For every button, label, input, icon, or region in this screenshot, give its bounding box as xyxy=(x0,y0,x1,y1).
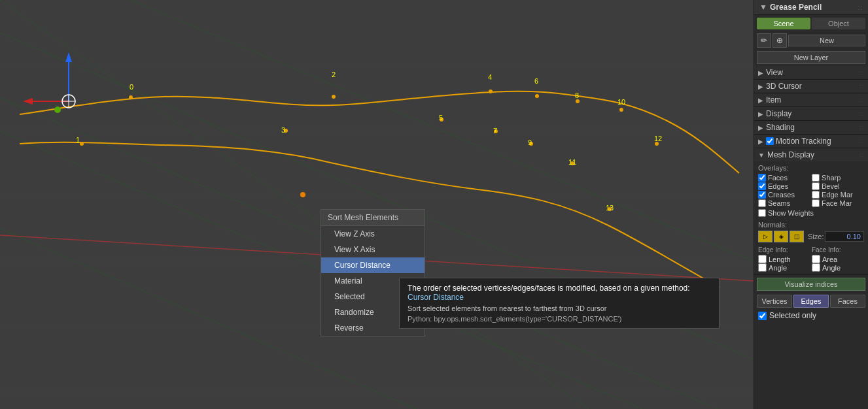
overlay-sharp: Sharp xyxy=(812,174,864,182)
normals-label: Normals: xyxy=(758,221,864,229)
curve-label-3: 3 xyxy=(281,126,285,134)
section-header-view[interactable]: ▶ View :: xyxy=(754,66,868,79)
seams-checkbox[interactable] xyxy=(758,199,766,207)
section-arrow-view: ▶ xyxy=(758,69,763,76)
section-motion-tracking: ▶ Motion Tracking :: xyxy=(754,135,868,148)
section-header-shading[interactable]: ▶ Shading :: xyxy=(754,121,868,134)
bevel-checkbox[interactable] xyxy=(812,182,820,190)
overlays-label: Overlays: xyxy=(758,164,864,172)
overlay-show-weights: Show Weights xyxy=(758,209,864,217)
section-header-item[interactable]: ▶ Item :: xyxy=(754,93,868,106)
grid-canvas xyxy=(0,0,754,409)
section-drag-display: :: xyxy=(859,110,864,117)
svg-point-39 xyxy=(300,192,305,197)
section-drag-view: :: xyxy=(859,69,864,76)
overlay-face-mar: Face Mar xyxy=(812,199,864,207)
normals-split-btn[interactable]: ◫ xyxy=(790,231,804,242)
curve-label-2: 2 xyxy=(332,71,336,78)
selected-only-checkbox[interactable] xyxy=(758,312,767,320)
overlay-bevel: Bevel xyxy=(812,182,864,190)
section-drag-motion-tracking: :: xyxy=(859,138,864,144)
svg-point-25 xyxy=(129,95,133,99)
panel-title: Grease Pencil xyxy=(770,3,822,12)
overlay-edge-mar: Edge Mar xyxy=(812,191,864,199)
normals-btns: ▷ ◈ ◫ Size: 0.10 xyxy=(758,231,864,242)
section-arrow-item: ▶ xyxy=(758,97,763,104)
edge-angle-item: Angle xyxy=(758,263,810,272)
section-header-3d-cursor[interactable]: ▶ 3D Cursor :: xyxy=(754,80,868,93)
section-header-motion-tracking[interactable]: ▶ Motion Tracking :: xyxy=(754,135,868,148)
normals-face-btn[interactable]: ◈ xyxy=(774,231,788,242)
visualize-indices-button[interactable]: Visualize indices xyxy=(757,278,865,291)
face-info-col: Face Info: Area Angle xyxy=(812,246,864,272)
selected-only-label: Selected only xyxy=(769,311,816,320)
normals-vertex-btn[interactable]: ▷ xyxy=(758,231,773,242)
overlays-grid: Faces Sharp Edges Bevel xyxy=(758,174,864,207)
tooltip-description: The order of selected vertices/edges/fac… xyxy=(408,284,711,302)
svg-point-29 xyxy=(489,90,493,93)
section-drag-3d-cursor: :: xyxy=(859,83,864,90)
edges-index-btn[interactable]: Edges xyxy=(793,295,829,308)
curve-label-4: 4 xyxy=(488,73,492,81)
faces-index-btn[interactable]: Faces xyxy=(830,295,865,308)
overlay-faces: Faces xyxy=(758,174,810,182)
menu-item-view-z-axis[interactable]: View Z Axis xyxy=(321,226,425,242)
curve-label-10: 10 xyxy=(617,98,625,106)
face-info-label: Face Info: xyxy=(812,246,864,254)
face-mar-checkbox[interactable] xyxy=(812,199,820,207)
tooltip-detail: Sort selected elements from nearest to f… xyxy=(408,304,711,312)
section-drag-item: :: xyxy=(859,97,864,103)
right-panel: ▼ Grease Pencil :: Scene Object ✏ ⊕ New … xyxy=(754,0,868,409)
motion-tracking-checkbox[interactable] xyxy=(766,137,774,145)
edge-info-col: Edge Info: Length Angle xyxy=(758,246,810,272)
edge-angle-checkbox[interactable] xyxy=(758,263,767,272)
pencil-icon-btn[interactable]: ✏ xyxy=(757,33,771,48)
mesh-display-content: Overlays: Faces Sharp Edges xyxy=(754,161,868,274)
edge-length-checkbox[interactable] xyxy=(758,255,767,263)
face-area-checkbox[interactable] xyxy=(812,255,820,263)
scene-button[interactable]: Scene xyxy=(757,18,810,29)
menu-item-view-x-axis[interactable]: View X Axis xyxy=(321,242,425,257)
section-label-display: Display xyxy=(766,109,791,118)
section-label-3d-cursor: 3D Cursor xyxy=(766,82,802,91)
drag-handle: :: xyxy=(858,4,863,11)
size-value[interactable]: 0.10 xyxy=(825,231,864,242)
svg-point-31 xyxy=(535,94,539,98)
section-drag-shading: :: xyxy=(859,124,864,131)
new-button[interactable]: New xyxy=(788,35,865,46)
section-3d-cursor: ▶ 3D Cursor :: xyxy=(754,80,868,93)
curve-label-6: 6 xyxy=(534,77,538,85)
section-label-mesh-display: Mesh Display xyxy=(767,150,814,159)
curve-label-1: 1 xyxy=(76,136,80,144)
new-row: ✏ ⊕ New xyxy=(754,32,868,49)
context-menu-title: Sort Mesh Elements xyxy=(321,210,425,226)
edge-info-label: Edge Info: xyxy=(758,246,810,254)
section-header-display[interactable]: ▶ Display :: xyxy=(754,107,868,120)
section-label-item: Item xyxy=(766,95,781,105)
vertices-index-btn[interactable]: Vertices xyxy=(757,295,792,308)
sharp-checkbox[interactable] xyxy=(812,174,820,182)
object-button[interactable]: Object xyxy=(812,18,865,29)
crosshair-icon-btn[interactable]: ⊕ xyxy=(773,33,787,48)
section-arrow-shading: ▶ xyxy=(758,124,763,131)
curve-label-11: 11 xyxy=(568,158,576,166)
section-arrow-motion-tracking: ▶ xyxy=(758,138,763,145)
new-layer-button[interactable]: New Layer xyxy=(757,51,865,64)
edge-mar-checkbox[interactable] xyxy=(812,191,820,199)
menu-item-cursor-distance[interactable]: Cursor Distance xyxy=(321,257,425,273)
face-angle-checkbox[interactable] xyxy=(812,263,820,272)
face-area-item: Area xyxy=(812,255,864,263)
overlay-seams: Seams xyxy=(758,199,810,207)
faces-checkbox[interactable] xyxy=(758,174,766,182)
edges-checkbox[interactable] xyxy=(758,182,766,190)
section-shading: ▶ Shading :: xyxy=(754,121,868,135)
section-arrow-mesh-display: ▼ xyxy=(758,152,765,159)
face-angle-item: Angle xyxy=(812,263,864,272)
section-arrow-3d-cursor: ▶ xyxy=(758,83,763,90)
section-view: ▶ View :: xyxy=(754,66,868,80)
show-weights-checkbox[interactable] xyxy=(758,209,766,217)
creases-checkbox[interactable] xyxy=(758,191,766,199)
section-header-mesh-display[interactable]: ▼ Mesh Display :: xyxy=(754,148,868,161)
panel-collapse-icon: ▼ xyxy=(759,3,767,12)
curve-label-5: 5 xyxy=(439,114,443,122)
